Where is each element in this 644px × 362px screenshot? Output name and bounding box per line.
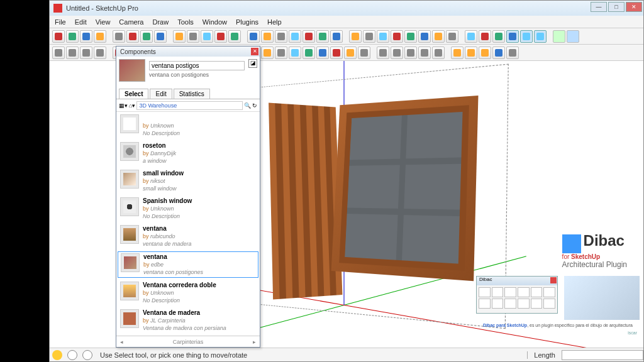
tool-button[interactable]: [479, 47, 491, 59]
tab-statistics[interactable]: Statistics: [174, 89, 210, 99]
tool-button[interactable]: [275, 30, 287, 43]
tool-button[interactable]: [289, 30, 301, 43]
panel-header[interactable]: Components ✕: [116, 47, 260, 57]
tool-button[interactable]: [432, 30, 445, 43]
tool-button[interactable]: [404, 30, 417, 43]
tool-button[interactable]: [52, 47, 65, 59]
tool-button[interactable]: [275, 47, 287, 59]
tool-button[interactable]: [80, 47, 92, 59]
detail-toggle-button[interactable]: ◪: [248, 59, 257, 68]
tool-button[interactable]: [418, 47, 431, 59]
list-item[interactable]: small window by niksot small window: [116, 167, 260, 195]
menubar[interactable]: File Edit View Camera Draw Tools Window …: [50, 16, 643, 28]
status-icon[interactable]: [52, 350, 62, 360]
tool-button[interactable]: [187, 30, 199, 43]
tab-select[interactable]: Select: [119, 89, 148, 99]
tool-button[interactable]: [520, 30, 533, 43]
tab-edit[interactable]: Edit: [150, 89, 172, 99]
tool-button[interactable]: [534, 30, 547, 43]
list-item[interactable]: Spanish window by Unknown No Description: [116, 195, 260, 222]
tool-button[interactable]: [154, 30, 167, 43]
tool-button[interactable]: [446, 30, 458, 43]
tool-button[interactable]: [303, 30, 315, 43]
titlebar[interactable]: Untitled - SketchUp Pro — □ ✕: [50, 1, 643, 16]
menu-help[interactable]: Help: [267, 18, 282, 26]
tool-button[interactable]: [94, 47, 106, 59]
tool-button[interactable]: [140, 30, 153, 43]
tool-button[interactable]: [492, 47, 505, 59]
close-button[interactable]: ✕: [626, 2, 642, 12]
list-item[interactable]: ventana by edbe ventana con postigones: [118, 251, 258, 278]
tool-button[interactable]: [506, 30, 519, 43]
search-source[interactable]: 3D Warehouse: [136, 101, 243, 110]
menu-camera[interactable]: Camera: [119, 18, 143, 26]
tool-button[interactable]: [228, 30, 241, 43]
list-item[interactable]: Ventana de madera by JL Carpinteria Vent…: [116, 307, 260, 334]
tool-button[interactable]: [418, 30, 431, 43]
list-item[interactable]: roseton by DannyDijk a window: [116, 140, 260, 167]
minimize-button[interactable]: —: [591, 2, 607, 12]
tool-button[interactable]: [66, 30, 79, 43]
list-item[interactable]: Ventana corredera doble by Unknown No De…: [116, 279, 260, 307]
menu-plugins[interactable]: Plugins: [236, 18, 258, 26]
component-list[interactable]: by Unknown No Description roseton by Dan…: [116, 112, 260, 336]
menu-tools[interactable]: Tools: [177, 18, 194, 26]
tool-button[interactable]: [358, 47, 370, 59]
tool-button[interactable]: [377, 30, 389, 43]
tool-button[interactable]: [344, 47, 357, 59]
components-panel[interactable]: Components ✕ ventana con postigones ◪ Se…: [116, 46, 260, 348]
tool-button[interactable]: [247, 30, 260, 43]
tool-button[interactable]: [432, 47, 445, 59]
tool-button[interactable]: [201, 30, 213, 43]
tool-button[interactable]: [404, 47, 417, 59]
tool-button[interactable]: [567, 30, 579, 43]
tool-button[interactable]: [316, 30, 329, 43]
tool-button[interactable]: [52, 30, 65, 43]
tool-button[interactable]: [330, 30, 343, 43]
tool-button[interactable]: [391, 30, 403, 43]
list-item[interactable]: by Unknown No Description: [116, 112, 260, 140]
tool-button[interactable]: [289, 47, 301, 59]
menu-draw[interactable]: Draw: [152, 18, 169, 26]
window-model[interactable]: [226, 74, 502, 312]
tool-button[interactable]: [465, 30, 477, 43]
tool-button[interactable]: [377, 47, 389, 59]
tool-button[interactable]: [316, 47, 329, 59]
tool-button[interactable]: [126, 30, 139, 43]
tool-button[interactable]: [173, 30, 186, 43]
component-name-field[interactable]: [149, 61, 245, 70]
tool-button[interactable]: [479, 30, 491, 43]
status-icon[interactable]: [67, 350, 77, 360]
search-icon[interactable]: 🔍: [244, 102, 251, 109]
tool-button[interactable]: [80, 30, 92, 43]
tool-button[interactable]: [66, 47, 79, 59]
tool-button[interactable]: [94, 30, 106, 43]
tool-button[interactable]: [391, 47, 403, 59]
tool-button[interactable]: [506, 47, 519, 59]
home-icon[interactable]: ⌂▾: [129, 102, 135, 109]
tool-button[interactable]: [492, 30, 505, 43]
maximize-button[interactable]: □: [608, 2, 625, 12]
tool-button[interactable]: [451, 47, 464, 59]
menu-window[interactable]: Window: [203, 18, 227, 26]
panel-close-button[interactable]: ✕: [251, 48, 258, 55]
tool-button[interactable]: [363, 30, 375, 43]
tool-button[interactable]: [214, 30, 227, 43]
tool-button[interactable]: [553, 30, 565, 43]
nav-icon[interactable]: ↻: [252, 102, 257, 109]
tool-button[interactable]: [465, 47, 477, 59]
list-item[interactable]: ventana by rubicundo ventana de madera: [116, 222, 260, 250]
tool-button[interactable]: [261, 30, 274, 43]
tool-button[interactable]: [349, 30, 362, 43]
panel-footer[interactable]: Carpinterias: [116, 336, 260, 347]
length-input[interactable]: [562, 350, 643, 360]
tool-button[interactable]: [113, 30, 125, 43]
view-mode-icon[interactable]: ▦▾: [119, 102, 128, 109]
menu-view[interactable]: View: [96, 18, 111, 26]
menu-edit[interactable]: Edit: [75, 18, 87, 26]
tool-button[interactable]: [261, 47, 274, 59]
menu-file[interactable]: File: [55, 18, 66, 26]
tool-button[interactable]: [330, 47, 343, 59]
status-icon[interactable]: [82, 350, 92, 360]
tool-button[interactable]: [303, 47, 315, 59]
